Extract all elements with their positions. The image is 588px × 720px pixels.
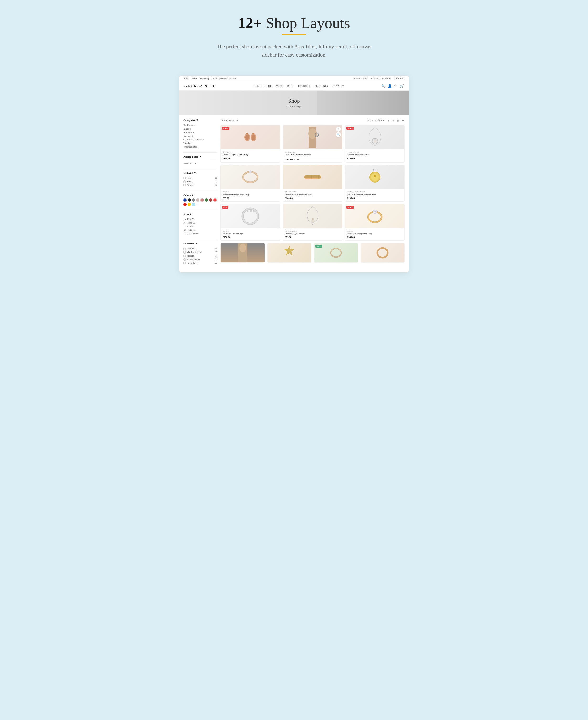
- collection-originals[interactable]: Originals 8: [183, 247, 217, 250]
- grid-view-2[interactable]: ▤: [396, 118, 400, 122]
- nav-blog[interactable]: BLOG: [287, 85, 294, 87]
- size-s[interactable]: S - 48 to 52: [183, 218, 217, 221]
- color-swatch-red[interactable]: [213, 199, 217, 202]
- color-swatch-light-blue[interactable]: [192, 203, 195, 206]
- color-swatch-blue[interactable]: [183, 199, 187, 202]
- size-xl[interactable]: XL - 58 to 62: [183, 228, 217, 232]
- cart-icon[interactable]: 🛒: [400, 84, 404, 88]
- price-slider[interactable]: [183, 160, 217, 160]
- material-gold[interactable]: Gold 8: [183, 176, 217, 180]
- product-card-6[interactable]: CHARM & DANGLES Echoes Necklace Extensio…: [345, 165, 405, 202]
- colors-title[interactable]: Colors ∨: [183, 193, 217, 197]
- product-grid: SALE EARRINGS Circle of Light Heart Ea: [220, 125, 405, 241]
- grid-view-4[interactable]: ⊞: [386, 118, 391, 122]
- product-card-2[interactable]: ♡ 🔍 EARRINGS Blue Stripes & Stone Bracel: [283, 125, 343, 163]
- color-swatch-red-bright[interactable]: [183, 203, 187, 206]
- color-swatch-pink[interactable]: [201, 199, 204, 202]
- product-card-4[interactable]: RINGS Kalvesna Diamond Twig Ring £39.00: [220, 165, 280, 202]
- material-title[interactable]: Material ∨: [183, 171, 217, 174]
- product-card-10[interactable]: [220, 243, 265, 263]
- product-price-7: £256.00: [223, 236, 278, 239]
- user-icon[interactable]: 👤: [388, 84, 392, 88]
- product-info-4: RINGS Kalvesna Diamond Twig Ring £39.00: [221, 189, 280, 202]
- product-card-11[interactable]: [267, 243, 312, 263]
- categories-title[interactable]: Categories ∨: [183, 118, 217, 122]
- view-icons: ⊞ ⊟ ▤ ☰: [386, 118, 405, 122]
- product-card-13[interactable]: [361, 243, 405, 263]
- color-swatch-black[interactable]: [188, 199, 191, 202]
- product-price-4: £39.00: [223, 197, 278, 200]
- collection-middle-of-north[interactable]: Middle of North 7: [183, 250, 217, 254]
- product-card-3[interactable]: SALE NECKLACES Birds of Paradise Pendant…: [345, 125, 405, 163]
- sort-dropdown[interactable]: Default ∨: [375, 119, 385, 122]
- subscribe-link[interactable]: Subscribe: [382, 77, 391, 80]
- collection-art-by-savoia[interactable]: Art by Savoia 11: [183, 258, 217, 261]
- sidebar-item-necklaces[interactable]: Necklaces ∨: [183, 123, 217, 127]
- checkbox-bronze[interactable]: [183, 184, 186, 186]
- product-card-8[interactable]: NECKLACES Cross of Light Pendant £79.00: [283, 204, 343, 241]
- services-link[interactable]: Services: [371, 77, 379, 80]
- product-card-5[interactable]: BRACELETS Cross Stripes & Stone Bracelet…: [283, 165, 343, 202]
- sizes-title[interactable]: Sizes ∨: [183, 212, 217, 215]
- color-swatch-pink-light[interactable]: [196, 199, 200, 202]
- svg-rect-28: [250, 210, 252, 211]
- currency-selector[interactable]: USD: [192, 77, 197, 80]
- collection-modern[interactable]: Modern 3: [183, 254, 217, 258]
- material-silver[interactable]: Silver 7: [183, 180, 217, 183]
- shop-banner: Shop Home > Shop: [180, 91, 408, 115]
- color-swatch-green[interactable]: [205, 199, 208, 202]
- material-bronze[interactable]: Bronze 5: [183, 183, 217, 187]
- sidebar-item-uncategorized[interactable]: Uncategorized: [183, 145, 217, 148]
- add-to-cart-2[interactable]: ADD TO CART: [285, 157, 340, 160]
- product-card-9[interactable]: SALE RINGS Love Both Engagement Ring £14…: [345, 204, 405, 241]
- checkbox-art-by-savoia[interactable]: [183, 258, 186, 261]
- ring-clover-svg: [241, 207, 260, 226]
- size-m[interactable]: M - 53 to 55: [183, 221, 217, 225]
- checkbox-originals[interactable]: [183, 248, 186, 250]
- color-swatch-yellow[interactable]: [188, 203, 191, 206]
- charm-svg: [366, 168, 383, 187]
- collection-royal-love[interactable]: Royal Love 4: [183, 261, 217, 265]
- product-card-1[interactable]: SALE EARRINGS Circle of Light Heart Ea: [220, 125, 280, 163]
- checkbox-modern[interactable]: [183, 255, 186, 257]
- product-card-7[interactable]: 30% RINGS Four-Leaf Clover Rings £256.00: [220, 204, 280, 241]
- nav-elements[interactable]: ELEMENTS: [315, 85, 328, 87]
- checkbox-gold[interactable]: [183, 177, 186, 179]
- sidebar-item-rings[interactable]: Rings ∨: [183, 127, 217, 130]
- pricing-title[interactable]: Pricing Filter ∨: [183, 155, 217, 158]
- checkbox-middle-of-north[interactable]: [183, 251, 186, 253]
- size-l[interactable]: L - 56 to 58: [183, 225, 217, 228]
- checkbox-silver[interactable]: [183, 181, 186, 183]
- product-price-3: £199.00: [347, 157, 403, 160]
- nav-buy-now[interactable]: BUY NOW: [332, 85, 344, 87]
- sidebar-item-charms[interactable]: Charms & Dangles ∨: [183, 138, 217, 141]
- chevron-down-icon-price: ∨: [199, 155, 201, 158]
- product-name-6: Echoes Necklace Extension Piece: [347, 193, 403, 196]
- color-swatch-gray[interactable]: [192, 199, 195, 202]
- nav-home[interactable]: HOME: [254, 85, 261, 87]
- list-view[interactable]: ☰: [401, 118, 405, 122]
- nav-pages[interactable]: PAGES: [275, 85, 283, 87]
- product-name-3: Birds of Paradise Pendant: [347, 153, 403, 156]
- nav-features[interactable]: FEATURES: [298, 85, 311, 87]
- checkbox-royal-love[interactable]: [183, 262, 186, 264]
- wishlist-icon[interactable]: ♡: [394, 84, 397, 88]
- product-card-12[interactable]: NEW: [314, 243, 358, 263]
- gift-cards-link[interactable]: Gift Cards: [394, 77, 404, 80]
- site-logo[interactable]: ALUKAS & CO: [184, 84, 216, 88]
- sidebar-item-watches[interactable]: Watches: [183, 141, 217, 145]
- wishlist-btn-2[interactable]: ♡: [336, 127, 341, 131]
- store-location-link[interactable]: Store Location: [354, 77, 368, 80]
- sidebar-item-earrings[interactable]: Earrings ∨: [183, 134, 217, 138]
- hero-underline: [282, 34, 306, 35]
- nav-links: HOME SHOP PAGES BLOG FEATURES ELEMENTS B…: [254, 85, 344, 87]
- color-swatch-red-dark[interactable]: [209, 199, 212, 202]
- language-selector[interactable]: ENG: [184, 77, 189, 80]
- search-icon[interactable]: 🔍: [381, 84, 385, 88]
- collection-title[interactable]: Collection ∨: [183, 242, 217, 245]
- nav-shop[interactable]: SHOP: [265, 85, 272, 87]
- size-xxl[interactable]: XXL - 62 to 64: [183, 232, 217, 235]
- grid-view-3[interactable]: ⊟: [391, 118, 395, 122]
- zoom-btn-2[interactable]: 🔍: [336, 132, 341, 137]
- sidebar-item-bracelets[interactable]: Bracelets ∨: [183, 130, 217, 134]
